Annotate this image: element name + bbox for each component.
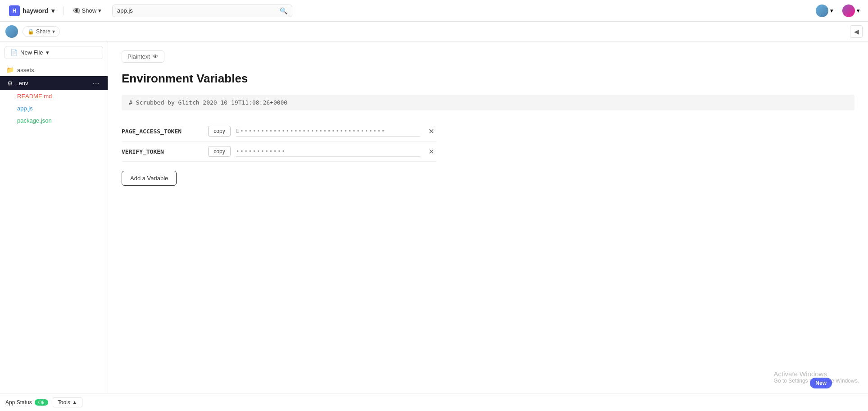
share-label: Share [36, 28, 50, 35]
user2-avatar-button[interactable]: ▾ [840, 4, 863, 18]
app-logo-button[interactable]: H hayword ▾ [5, 4, 58, 18]
copy-label-1: copy [214, 128, 225, 134]
copy-button-1[interactable]: copy [208, 126, 231, 137]
variables-table: PAGE_ACCESS_TOKEN copy ✕ VERIFY_TOKEN co… [122, 121, 437, 162]
var-name-1: PAGE_ACCESS_TOKEN [122, 128, 203, 135]
search-input[interactable] [117, 7, 277, 14]
app-name: hayword [23, 7, 49, 14]
current-user-avatar [5, 25, 18, 38]
topbar-right: ▾ ▾ [813, 4, 863, 18]
content-area: Plaintext 👁 Environment Variables # Scru… [108, 41, 868, 393]
user1-avatar-button[interactable]: ▾ [813, 4, 836, 18]
show-label: Show [82, 7, 97, 14]
sidebar-item-assets[interactable]: 📁 assets [0, 64, 108, 76]
app-chevron: ▾ [51, 7, 55, 14]
sidebar: 📄 New File ▾ 📁 assets ⚙ .env ⋯ README.md… [0, 41, 108, 393]
subheader: 🔒 Share ▾ ◀ [0, 22, 868, 41]
show-button[interactable]: 👁‍🗨 Show ▾ [69, 5, 105, 16]
plaintext-button[interactable]: Plaintext 👁 [122, 50, 164, 63]
delete-button-1[interactable]: ✕ [426, 127, 437, 136]
app-status-section: App Status Ok [5, 399, 48, 406]
tools-button[interactable]: Tools ▲ [53, 397, 82, 407]
sidebar-item-packagejson-label: package.json [17, 117, 52, 124]
chat-new-button[interactable]: New [810, 378, 832, 388]
add-variable-label: Add a Variable [130, 175, 168, 182]
share-chevron: ▾ [52, 28, 55, 35]
user2-avatar [842, 5, 855, 17]
sidebar-item-packagejson[interactable]: package.json [0, 114, 108, 127]
sidebar-item-env-label: .env [17, 80, 28, 87]
var-value-input-1[interactable] [236, 126, 420, 137]
search-bar: 🔍 [112, 5, 292, 17]
var-value-input-2[interactable] [236, 146, 420, 157]
plaintext-label: Plaintext [127, 53, 150, 60]
topbar: H hayword ▾ 👁‍🗨 Show ▾ 🔍 ▾ ▾ [0, 0, 868, 22]
page-title: Environment Variables [122, 72, 854, 86]
delete-button-2[interactable]: ✕ [426, 147, 437, 156]
main-layout: 📄 New File ▾ 📁 assets ⚙ .env ⋯ README.md… [0, 41, 868, 393]
env-icon: ⚙ [6, 80, 14, 87]
collapse-icon: ◀ [854, 28, 859, 35]
variable-row-1: PAGE_ACCESS_TOKEN copy ✕ [122, 121, 437, 142]
folder-icon: 📁 [6, 66, 14, 73]
sidebar-item-env[interactable]: ⚙ .env ⋯ [0, 76, 108, 90]
collapse-sidebar-button[interactable]: ◀ [850, 25, 863, 38]
search-icon: 🔍 [280, 7, 287, 14]
bottombar: App Status Ok Tools ▲ [0, 393, 868, 411]
tools-icon: ▲ [72, 399, 77, 406]
sidebar-item-readme-label: README.md [17, 93, 52, 100]
sidebar-item-assets-label: assets [17, 67, 34, 73]
sidebar-item-readme[interactable]: README.md [0, 90, 108, 102]
eye-icon: 👁 [153, 53, 159, 60]
new-file-label: New File [20, 49, 43, 56]
env-dots-menu[interactable]: ⋯ [91, 79, 101, 87]
share-button[interactable]: 🔒 Share ▾ [23, 26, 60, 37]
comment-block: # Scrubbed by Glitch 2020-10-19T11:08:26… [122, 95, 854, 110]
user2-chevron: ▾ [857, 7, 860, 14]
topbar-divider [64, 6, 64, 15]
new-file-chevron: ▾ [46, 49, 49, 56]
logo-icon: H [9, 5, 20, 16]
show-chevron: ▾ [98, 7, 101, 14]
lock-icon: 🔒 [27, 28, 34, 35]
status-badge: Ok [35, 399, 48, 406]
show-icon: 👁‍🗨 [73, 7, 80, 14]
copy-label-2: copy [214, 148, 225, 155]
app-status-label: App Status [5, 399, 32, 406]
new-file-button[interactable]: 📄 New File ▾ [5, 46, 103, 59]
tools-label: Tools [58, 399, 70, 406]
var-name-2: VERIFY_TOKEN [122, 148, 203, 155]
sidebar-item-appjs[interactable]: app.js [0, 102, 108, 114]
plaintext-bar: Plaintext 👁 [122, 50, 854, 63]
chat-new-label: New [815, 380, 827, 386]
user1-avatar [816, 5, 828, 17]
new-file-icon: 📄 [10, 49, 18, 56]
user1-chevron: ▾ [830, 7, 833, 14]
copy-button-2[interactable]: copy [208, 146, 231, 157]
comment-text: # Scrubbed by Glitch 2020-10-19T11:08:26… [129, 99, 287, 106]
variable-row-2: VERIFY_TOKEN copy ✕ [122, 142, 437, 162]
add-variable-button[interactable]: Add a Variable [122, 171, 177, 186]
sidebar-item-appjs-label: app.js [17, 105, 33, 112]
